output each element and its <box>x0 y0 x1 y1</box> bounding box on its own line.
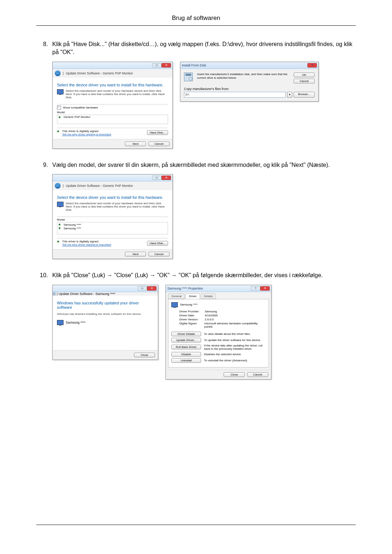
disk-message: Insert the manufacturer's installation d… <box>197 73 291 83</box>
maximize-icon[interactable]: ▭ <box>152 176 162 180</box>
signed-driver-icon: ◆ <box>58 115 62 119</box>
tabs: General Driver Details <box>166 292 271 299</box>
model-name: Samsung **** <box>64 223 81 226</box>
disable-button[interactable]: Disable <box>171 352 201 357</box>
crumb-separator: | <box>63 71 64 75</box>
step-10: 10. Klik på "Close" (Luk) → "Close" (Luk… <box>36 271 356 279</box>
shield-icon: ◆ <box>57 240 61 243</box>
model-list[interactable]: ◆ Generic PnP Monitor <box>57 115 168 124</box>
cancel-button[interactable]: Cancel <box>294 79 315 83</box>
install-from-disk-dialog: Install From Disk ✕ Insert the manufactu… <box>180 62 319 102</box>
browse-button[interactable]: Browse... <box>294 92 315 98</box>
step-8: 8. Klik på "Have Disk..." (Har diskette/… <box>36 40 356 57</box>
cancel-button[interactable]: Cancel <box>247 372 268 377</box>
crumb-separator: | <box>57 292 58 296</box>
model-list[interactable]: ◆ Samsung **** ◆ Samsung **** <box>57 222 168 234</box>
have-disk-button[interactable]: Have Disk... <box>147 241 168 246</box>
step-number: 9. <box>36 161 52 169</box>
model-name: Samsung **** <box>64 227 81 230</box>
step-text: Klik på "Close" (Luk) → "Close" (Luk) → … <box>52 271 356 279</box>
uninstall-button[interactable]: Uninstall <box>171 358 201 363</box>
signer-label: Digital Signer: <box>179 322 204 328</box>
show-compatible-checkbox[interactable] <box>57 106 61 110</box>
have-disk-button[interactable]: Have Disk... <box>147 130 168 135</box>
step-10-images: ▭ ✕ ← | Update Driver Software - Samsung… <box>52 285 356 379</box>
copy-from-label: Copy manufacturer's files from: <box>184 87 315 91</box>
crumb-separator: | <box>63 184 64 188</box>
tab-general[interactable]: General <box>168 294 185 299</box>
monitor-icon <box>171 302 178 307</box>
tab-driver[interactable]: Driver <box>185 294 200 299</box>
model-item[interactable]: ◆ Samsung **** <box>58 223 167 226</box>
cancel-button[interactable]: Cancel <box>148 252 170 257</box>
update-driver-button[interactable]: Update Driver... <box>171 338 201 342</box>
step-9: 9. Vælg den model, der svarer til din sk… <box>36 161 356 169</box>
titlebar: ▭ ✕ <box>53 285 158 292</box>
window-buttons: ▭ ✕ <box>152 63 171 67</box>
shield-icon: ◆ <box>57 130 61 133</box>
signed-driver-icon: ◆ <box>58 223 62 226</box>
help-icon[interactable]: ? <box>251 286 260 291</box>
floppy-icon <box>184 73 193 81</box>
version-label: Driver Version: <box>179 318 205 321</box>
step-number: 8. <box>36 40 52 57</box>
titlebar: ▭ ✕ <box>53 62 172 69</box>
device-name: Samsung **** <box>66 321 86 324</box>
close-icon[interactable]: ✕ <box>147 286 156 291</box>
dialog-heading: Select the device driver you want to ins… <box>57 83 168 87</box>
signer-value: microsoft windows hardware compatibility… <box>204 322 266 328</box>
signed-text: This driver is digitally signed. <box>62 240 111 243</box>
dialog-title: Install From Disk <box>182 63 206 67</box>
breadcrumb: Update Driver Software - Generic PnP Mon… <box>66 71 133 75</box>
date-value: 4/14/2005 <box>205 314 218 317</box>
model-label: Model <box>57 218 168 221</box>
close-button[interactable]: Close <box>224 372 245 377</box>
signing-link[interactable]: Tell me why driver signing is important <box>62 243 111 246</box>
update-driver-dialog-1: ▭ ✕ ← | Update Driver Software - Generic… <box>52 62 173 149</box>
model-item[interactable]: ◆ Samsung **** <box>58 226 167 230</box>
tab-details[interactable]: Details <box>201 294 216 299</box>
ok-button[interactable]: OK <box>294 73 315 77</box>
model-name: Generic PnP Monitor <box>64 115 90 119</box>
next-button[interactable]: Next <box>125 141 146 146</box>
maximize-icon[interactable]: ▭ <box>152 63 162 67</box>
dialog-title: Samsung **** Properties <box>167 287 203 290</box>
update-driver-dialog-2: ▭ ✕ ← | Update Driver Software - Generic… <box>52 174 173 259</box>
provider-label: Driver Provider: <box>179 310 205 313</box>
page-footer-rule <box>36 525 356 525</box>
step-text: Vælg den model, der svarer til din skærm… <box>52 161 356 169</box>
path-input[interactable] <box>184 92 286 98</box>
dialog-description: Select the manufacturer and model of you… <box>66 202 168 212</box>
close-icon[interactable]: ✕ <box>162 63 171 67</box>
provider-value: Samsung <box>205 310 217 313</box>
monitor-icon <box>57 320 64 325</box>
back-icon: ← <box>53 292 56 296</box>
dialog-heading: Select the device driver you want to ins… <box>57 195 168 200</box>
signed-text: This driver is digitally signed. <box>62 130 111 133</box>
close-icon[interactable]: ✕ <box>307 63 317 67</box>
page-header: Brug af softwaren <box>36 15 356 26</box>
rollback-desc: If the device fails after updating the d… <box>204 344 266 350</box>
next-button[interactable]: Next <box>125 252 146 257</box>
dialog-description: Select the manufacturer and model of you… <box>66 89 168 99</box>
back-icon[interactable]: ← <box>55 70 61 76</box>
dropdown-icon[interactable]: ▾ <box>287 92 292 98</box>
properties-dialog: Samsung **** Properties ? ✕ General Driv… <box>166 285 271 379</box>
close-icon[interactable]: ✕ <box>162 176 171 180</box>
date-label: Driver Date: <box>179 314 205 317</box>
signing-link[interactable]: Tell me why driver signing is important <box>62 133 111 136</box>
back-icon[interactable]: ← <box>55 183 61 189</box>
close-icon[interactable]: ✕ <box>260 286 270 291</box>
model-label: Model <box>57 111 168 114</box>
rollback-button[interactable]: Roll Back Driver <box>171 345 201 349</box>
version-value: 2.0.0.0 <box>205 318 213 321</box>
close-button[interactable]: Close <box>134 353 155 357</box>
disable-desc: Disables the selected device. <box>204 353 266 356</box>
maximize-icon[interactable]: ▭ <box>138 286 147 291</box>
model-item[interactable]: ◆ Generic PnP Monitor <box>58 115 167 119</box>
success-title: Windows has successfully updated your dr… <box>57 301 154 309</box>
cancel-button[interactable]: Cancel <box>148 141 170 146</box>
driver-details-desc: To view details about the driver files. <box>204 332 266 336</box>
driver-details-button[interactable]: Driver Details <box>171 332 201 336</box>
success-subtitle: Windows has finished installing the driv… <box>57 312 154 316</box>
